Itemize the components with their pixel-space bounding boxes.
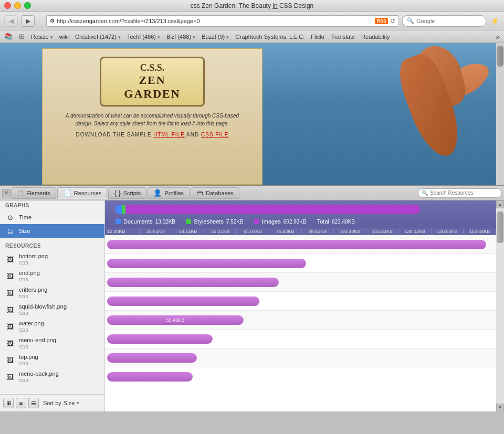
summary-bar — [116, 205, 420, 214]
minimize-button[interactable] — [14, 2, 21, 9]
bar-water-label: 55.46KB — [166, 317, 185, 323]
bookmark-bizf[interactable]: Bizf (488) ▾ — [166, 34, 195, 40]
sort-by-select[interactable]: Size — [64, 400, 75, 406]
list-item[interactable]: 🖼 menu-back.png/213 — [0, 368, 104, 385]
scroll-handle[interactable] — [497, 211, 503, 243]
tab-elements[interactable]: ⬚ Elements — [12, 187, 56, 199]
scroll-up-arrow[interactable]: ▲ — [496, 200, 504, 208]
profiles-tab-icon: 👤 — [153, 189, 162, 197]
resource-name: water.png/213 — [19, 320, 44, 333]
tab-databases-label: Databases — [206, 190, 234, 196]
bookmark-resize[interactable]: Resize ▾ — [31, 34, 53, 40]
search-input[interactable] — [416, 18, 481, 24]
styles-segment — [122, 205, 125, 214]
bar-area — [105, 367, 496, 386]
tab-profiles-label: Profiles — [164, 190, 184, 196]
styles-color-dot — [186, 219, 191, 224]
rss-badge[interactable]: RSS — [375, 18, 388, 24]
bar-area — [105, 254, 496, 272]
scale-item: 12.80KB — [105, 229, 140, 234]
resource-icon-squid: 🖼 — [5, 305, 15, 314]
detail-view-button[interactable]: ☰ — [28, 398, 39, 408]
more-bookmarks-icon[interactable]: » — [496, 33, 500, 41]
bookmark-readability[interactable]: Readability — [361, 34, 390, 40]
sidebar-item-time[interactable]: ⊙ Time — [0, 210, 104, 224]
bar-bottom-png — [107, 240, 486, 249]
sidebar-item-size[interactable]: 🗂 Size — [0, 224, 104, 238]
sidebar-toggle-icon[interactable]: 📚 — [4, 33, 13, 40]
resource-name: critters.png/213 — [19, 287, 47, 299]
bookmark-translate[interactable]: Translate — [331, 34, 355, 40]
css-link[interactable]: CSS File — [201, 132, 228, 137]
databases-tab-icon: 🗃 — [196, 189, 203, 197]
bookmark-creativef[interactable]: Creativef (1472) ▾ — [75, 34, 121, 40]
squid-illustration — [262, 43, 504, 185]
bookmark-techf[interactable]: Techf (486) ▾ — [127, 34, 160, 40]
bookmark-graphtech[interactable]: Graphtech Systems, L.L.C. — [235, 34, 304, 40]
main-scrollbar[interactable]: ▲ ▼ — [496, 200, 504, 411]
scale-item: 51.21KB — [204, 229, 237, 234]
tab-resources-label: Resources — [74, 190, 102, 196]
scroll-thumb[interactable] — [497, 46, 503, 67]
sidebar: GRAPHS ⊙ Time 🗂 Size RESOURCES 🖼 bottom.… — [0, 200, 105, 411]
html-link[interactable]: HTML File — [153, 132, 185, 137]
back-button[interactable]: ◀ — [4, 15, 18, 27]
bar-area — [105, 292, 496, 310]
table-row — [105, 273, 496, 292]
devtools-body: GRAPHS ⊙ Time 🗂 Size RESOURCES 🖼 bottom.… — [0, 200, 504, 411]
docs-legend-value: 13.02KB — [155, 219, 175, 225]
docs-segment — [116, 205, 122, 214]
table-row — [105, 254, 496, 273]
tab-databases[interactable]: 🗃 Databases — [191, 187, 239, 199]
list-item[interactable]: 🖼 critters.png/213 — [0, 284, 104, 301]
address-bar[interactable]: ⚙ http://csszengarden.com/?cssfile=/213/… — [46, 15, 399, 27]
close-devtools-button[interactable]: ✕ — [2, 189, 10, 197]
tab-scripts[interactable]: { } Scripts — [108, 187, 146, 199]
favicon-icon: ⚙ — [50, 18, 55, 24]
sort-arrow-icon[interactable]: ▾ — [77, 400, 79, 406]
resource-name: squid-blowfish.png/213 — [19, 303, 67, 316]
scale-item: 38.41KB — [172, 229, 205, 234]
tab-resources[interactable]: 📄 Resources — [57, 187, 108, 199]
scale-item: 89.62KB — [302, 229, 334, 234]
sort-by-label: Sort by — [43, 400, 61, 406]
list-item[interactable]: 🖼 squid-blowfish.png/213 — [0, 301, 104, 318]
docs-color-dot — [116, 219, 121, 224]
reload-button[interactable]: ↺ — [390, 17, 395, 25]
page-scrollbar[interactable] — [496, 43, 504, 185]
grid-view-button[interactable]: ⊞ — [3, 398, 14, 408]
styles-legend-value: 7.52KB — [226, 219, 244, 225]
maximize-button[interactable] — [24, 2, 31, 9]
bar-critters-png — [107, 278, 279, 287]
bookmark-buzzf[interactable]: Buzzf (9) ▾ — [202, 34, 229, 40]
search-resources-wrap: 🔍 — [418, 188, 502, 198]
scroll-down-arrow[interactable]: ▼ — [496, 404, 504, 411]
search-icon: 🔍 — [407, 17, 414, 24]
list-item[interactable]: 🖼 top.png/213 — [0, 352, 104, 368]
toolbar: ◀ ▶ ⚙ http://csszengarden.com/?cssfile=/… — [0, 12, 504, 30]
bookmarks-icon[interactable]: ⊞ — [19, 33, 25, 40]
zen-content-area: C.S.S. ZEN GARDEN A demonstration of wha… — [42, 48, 262, 185]
list-item[interactable]: 🖼 menu-end.png/213 — [0, 335, 104, 352]
resource-name: menu-end.png/213 — [19, 337, 56, 350]
list-view-button[interactable]: ≡ — [16, 398, 26, 408]
tab-profiles[interactable]: 👤 Profiles — [148, 187, 190, 199]
bookmark-flickr[interactable]: Flickr — [311, 34, 324, 40]
css-label: C.S.S. — [112, 62, 193, 73]
list-item[interactable]: 🖼 bottom.png/213 — [0, 251, 104, 268]
devtools-search-area: 🔍 — [418, 188, 502, 198]
search-resources-input[interactable] — [418, 188, 502, 198]
list-item[interactable]: 🖼 water.png/213 — [0, 318, 104, 335]
forward-button[interactable]: ▶ — [21, 15, 35, 27]
bookmark-wiki[interactable]: wiki — [59, 34, 69, 40]
list-item[interactable]: 🖼 end.png/213 — [0, 268, 104, 284]
bar-area — [105, 330, 496, 348]
scale-item: 25.61KB — [140, 229, 172, 234]
search-bar[interactable]: 🔍 — [402, 15, 486, 27]
table-row — [105, 235, 496, 254]
bar-top-png — [107, 353, 197, 363]
close-button[interactable] — [4, 2, 11, 9]
scroll-track[interactable] — [496, 208, 504, 404]
scale-item: 102.43KB — [334, 229, 366, 234]
total-legend-value: 623.48KB — [332, 219, 355, 225]
